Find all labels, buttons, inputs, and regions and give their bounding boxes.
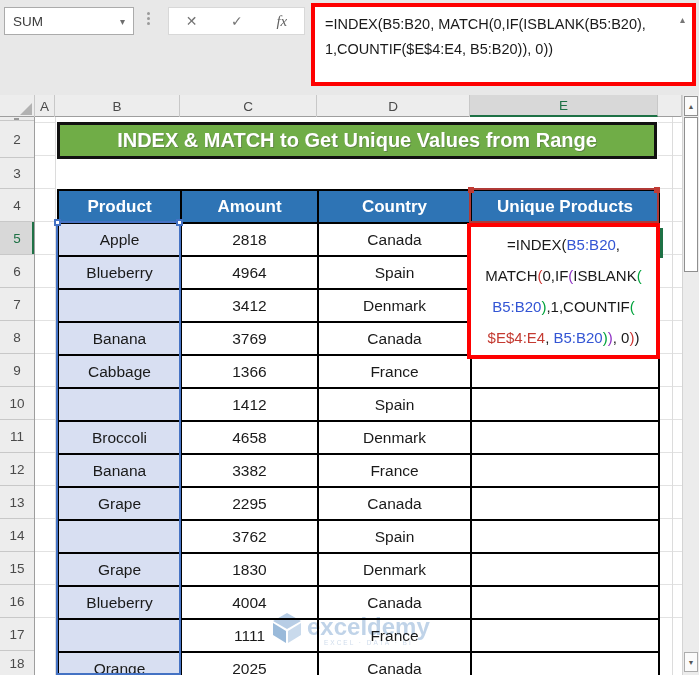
row-header-5-selected[interactable]: 5 xyxy=(0,222,34,255)
product-cell[interactable]: Grape xyxy=(58,487,181,520)
header-amount[interactable]: Amount xyxy=(181,190,318,223)
row-header-3[interactable]: 3 xyxy=(0,158,34,189)
country-cell[interactable]: France xyxy=(318,454,471,487)
column-header-e-selected[interactable]: E xyxy=(470,95,658,117)
unique-products-cell[interactable] xyxy=(471,553,659,586)
amount-cell[interactable]: 2295 xyxy=(181,487,318,520)
gridline-vertical-f xyxy=(672,117,673,675)
country-cell[interactable]: Spain xyxy=(318,256,471,289)
country-cell[interactable]: Canada xyxy=(318,322,471,355)
amount-cell[interactable]: 2818 xyxy=(181,223,318,256)
table-header-row: Product Amount Country Unique Products xyxy=(58,190,659,223)
unique-products-cell[interactable] xyxy=(471,421,659,454)
product-cell[interactable]: Broccoli xyxy=(58,421,181,454)
country-cell[interactable]: Canada xyxy=(318,223,471,256)
country-cell[interactable]: France xyxy=(318,619,471,652)
unique-products-cell[interactable] xyxy=(471,652,659,675)
header-unique-products[interactable]: Unique Products xyxy=(471,190,659,223)
product-cell[interactable]: Blueberry xyxy=(58,256,181,289)
country-cell[interactable]: Spain xyxy=(318,520,471,553)
amount-cell[interactable]: 1412 xyxy=(181,388,318,421)
header-country[interactable]: Country xyxy=(318,190,471,223)
row-header-12[interactable]: 12 xyxy=(0,453,34,486)
amount-cell[interactable]: 4964 xyxy=(181,256,318,289)
product-cell[interactable] xyxy=(58,289,181,322)
row-header-13[interactable]: 13 xyxy=(0,486,34,519)
formula-segment: , xyxy=(616,236,620,253)
amount-cell[interactable]: 3382 xyxy=(181,454,318,487)
amount-cell[interactable]: 3769 xyxy=(181,322,318,355)
unique-products-cell[interactable] xyxy=(471,388,659,421)
row-header-18-partial[interactable]: 18 xyxy=(0,651,34,675)
title-banner[interactable]: INDEX & MATCH to Get Unique Values from … xyxy=(57,122,657,159)
unique-products-cell[interactable] xyxy=(471,355,659,388)
amount-cell[interactable]: 2025 xyxy=(181,652,318,675)
country-cell[interactable]: Denmark xyxy=(318,553,471,586)
unique-products-cell[interactable] xyxy=(471,487,659,520)
active-cell-formula-box[interactable]: =INDEX(B5:B20, MATCH(0,IF(ISBLANK( B5:B2… xyxy=(467,223,660,359)
unique-products-cell[interactable] xyxy=(471,586,659,619)
amount-cell[interactable]: 1830 xyxy=(181,553,318,586)
product-cell[interactable]: Blueberry xyxy=(58,586,181,619)
column-header-d[interactable]: D xyxy=(317,95,470,117)
amount-cell[interactable]: 1366 xyxy=(181,355,318,388)
product-cell[interactable]: Banana xyxy=(58,322,181,355)
unique-products-cell[interactable] xyxy=(471,619,659,652)
name-box-value: SUM xyxy=(13,14,43,29)
amount-cell[interactable]: 4004 xyxy=(181,586,318,619)
column-header-row: A B C D E xyxy=(0,95,682,117)
row-header-2[interactable]: 2 xyxy=(0,121,34,158)
enter-icon[interactable]: ✓ xyxy=(231,13,243,29)
country-cell[interactable]: Spain xyxy=(318,388,471,421)
name-box[interactable]: SUM ▾ xyxy=(4,7,134,35)
select-all-corner[interactable] xyxy=(0,95,35,117)
product-cell[interactable]: Orange xyxy=(58,652,181,675)
formula-bar-input[interactable]: =INDEX(B5:B20, MATCH(0,IF(ISBLANK(B5:B20… xyxy=(311,3,696,86)
row-header-17[interactable]: 17 xyxy=(0,618,34,651)
scrollbar-thumb[interactable] xyxy=(684,117,698,272)
row-header-9[interactable]: 9 xyxy=(0,354,34,387)
row-header-14[interactable]: 14 xyxy=(0,519,34,552)
country-cell[interactable]: Denmark xyxy=(318,421,471,454)
country-cell[interactable]: Canada xyxy=(318,652,471,675)
name-box-dropdown-icon[interactable]: ▾ xyxy=(120,16,125,27)
product-cell[interactable]: Apple xyxy=(58,223,181,256)
product-cell[interactable]: Grape xyxy=(58,553,181,586)
product-cell[interactable] xyxy=(58,619,181,652)
amount-cell[interactable]: 4658 xyxy=(181,421,318,454)
unique-products-cell[interactable] xyxy=(471,520,659,553)
vertical-scrollbar[interactable]: ▲ ▼ xyxy=(682,95,699,675)
row-header-6[interactable]: 6 xyxy=(0,255,34,288)
product-cell[interactable] xyxy=(58,388,181,421)
row-header-7[interactable]: 7 xyxy=(0,288,34,321)
table-row: Grape 2295 Canada xyxy=(58,487,659,520)
column-header-c[interactable]: C xyxy=(180,95,317,117)
collapse-formula-bar-icon[interactable]: ▴ xyxy=(680,15,685,25)
row-header-10[interactable]: 10 xyxy=(0,387,34,420)
row-header-11[interactable]: 11 xyxy=(0,420,34,453)
product-cell[interactable]: Cabbage xyxy=(58,355,181,388)
insert-function-icon[interactable]: fx xyxy=(276,13,287,30)
header-product[interactable]: Product xyxy=(58,190,181,223)
cancel-icon[interactable]: ✕ xyxy=(186,13,198,29)
column-header-a[interactable]: A xyxy=(35,95,55,117)
amount-cell[interactable]: 3762 xyxy=(181,520,318,553)
row-header-15[interactable]: 15 xyxy=(0,552,34,585)
product-cell[interactable]: Banana xyxy=(58,454,181,487)
amount-cell[interactable]: 3412 xyxy=(181,289,318,322)
scroll-up-icon[interactable]: ▲ xyxy=(684,96,698,116)
row-header-16[interactable]: 16 xyxy=(0,585,34,618)
country-cell[interactable]: Denmark xyxy=(318,289,471,322)
country-cell[interactable]: Canada xyxy=(318,487,471,520)
amount-cell[interactable]: 1111 xyxy=(181,619,318,652)
country-cell[interactable]: France xyxy=(318,355,471,388)
row-header-8[interactable]: 8 xyxy=(0,321,34,354)
row-header-4[interactable]: 4 xyxy=(0,189,34,222)
product-cell[interactable] xyxy=(58,520,181,553)
column-header-b[interactable]: B xyxy=(55,95,180,117)
column-header-f-partial[interactable] xyxy=(658,95,682,117)
country-cell[interactable]: Canada xyxy=(318,586,471,619)
formula-bar-drag-handle-icon xyxy=(147,12,150,25)
unique-products-cell[interactable] xyxy=(471,454,659,487)
scroll-down-icon[interactable]: ▼ xyxy=(684,652,698,672)
